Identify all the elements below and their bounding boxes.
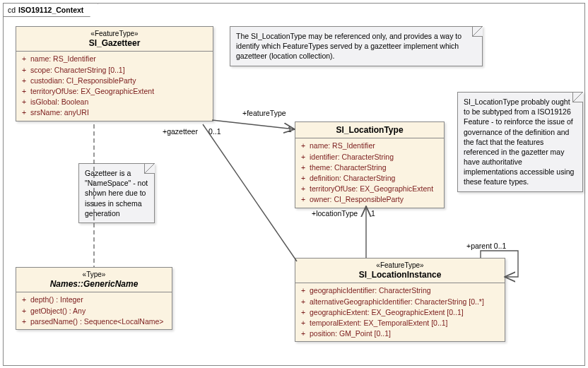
mult-one-a: 1 [288,125,292,133]
op: + getObject() : Any [22,306,166,316]
attr: + owner: CI_ResponsibleParty [301,194,438,205]
class-si-locationtype[interactable]: SI_LocationType + name: RS_Identifier + … [295,121,445,208]
attr: + temporalExtent: EX_TemporalExtent [0..… [301,318,499,328]
attr: + alternativeGeographicIdentifier: Chara… [301,297,499,307]
role-parent: +parent 0..1 [466,242,506,250]
op: + parsedName() : Sequence<LocalName> [22,316,166,327]
attr: + definition: CharacterString [301,173,438,184]
frame-tab: cd ISO19112_Context [3,3,98,17]
attr: + position: GM_Point [0..1] [301,328,499,339]
class-si-gazetteer[interactable]: «FeatureType» SI_Gazetteer + name: RS_Id… [16,26,213,121]
operations: + depth() : Integer + getObject() : Any … [16,292,172,329]
attributes: + geographicIdentifier: CharacterString … [295,283,505,341]
note-fold-icon [572,92,583,102]
class-title: SI_LocationInstance [298,270,502,280]
class-si-locationinstance[interactable]: «FeatureType» SI_LocationInstance + geog… [295,258,505,342]
attr: + scope: CharacterString [0..1] [22,65,207,76]
class-header: «FeatureType» SI_Gazetteer [16,27,213,52]
attr: + name: RS_Identifier [22,54,207,64]
attr: + identifier: CharacterString [301,152,438,162]
attributes: + name: RS_Identifier + identifier: Char… [295,138,444,207]
class-header: «FeatureType» SI_LocationInstance [295,259,505,283]
attributes: + name: RS_Identifier + scope: Character… [16,52,213,120]
attr: + srsName: anyURI [22,107,207,118]
stereotype: «Type» [19,271,169,279]
attr: + name: RS_Identifier [301,141,438,151]
attr: + territoryOfUse: EX_GeographicExtent [301,184,438,194]
op: + depth() : Integer [22,295,166,305]
role-locationtype: +locationType [312,209,358,218]
class-title: SI_Gazetteer [19,38,210,48]
stereotype: «FeatureType» [19,30,210,38]
class-title: SI_LocationType [298,125,441,135]
role-gazetteer: +gazetteer [163,127,198,136]
stereotype: «FeatureType» [298,261,502,270]
role-featuretype: +featureType [242,109,286,117]
note-fold-icon [144,163,155,174]
class-genericname[interactable]: «Type» Names::GenericName + depth() : In… [16,267,172,330]
class-header: SI_LocationType [295,122,444,138]
note-text: Gazetteer is a "NameSpace" - not shown h… [85,169,148,218]
diagram-canvas: cd ISO19112_Context «FeatureType» SI_Gaz… [0,0,588,368]
frame-name: ISO19112_Context [18,6,83,14]
attr: + geographicExtent: EX_GeographicExtent … [301,307,499,318]
note-locationtype-subtype: SI_LocationType probably ought to be sub… [457,92,583,192]
note-locationtype-ref: The SI_LocationType may be referenced on… [230,26,483,66]
frame-pkg: cd [8,6,16,14]
attr: + custodian: CI_ResponsibleParty [22,76,207,86]
class-header: «Type» Names::GenericName [16,268,172,292]
note-text: The SI_LocationType may be referenced on… [236,32,461,60]
attr: + territoryOfUse: EX_GeographicExtent [22,86,207,97]
attr: + theme: CharacterString [301,162,438,173]
mult-zero-one: 0..1 [208,127,221,136]
attr: + geographicIdentifier: CharacterString [301,285,499,296]
attr: + isGlobal: Boolean [22,97,207,107]
mult-one-b: 1 [371,209,375,218]
class-title: Names::GenericName [19,279,169,289]
note-text: SI_LocationType probably ought to be sub… [464,97,574,186]
note-fold-icon [472,26,483,37]
note-gazetteer-namespace: Gazetteer is a "NameSpace" - not shown h… [78,163,155,223]
